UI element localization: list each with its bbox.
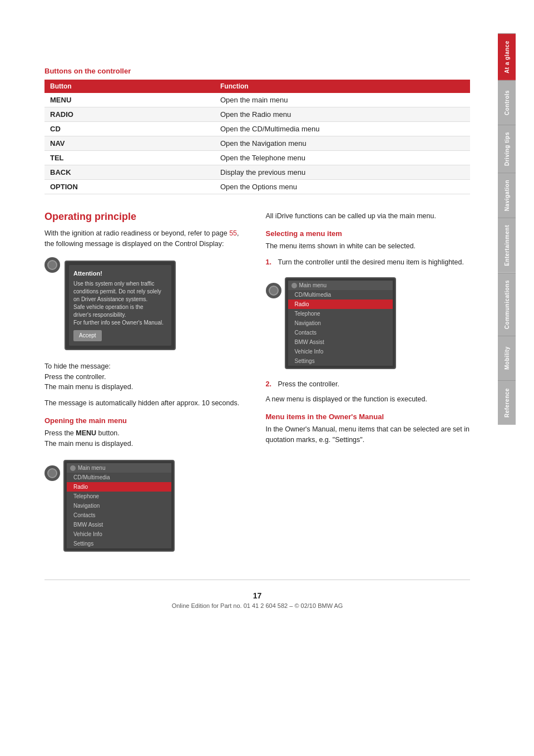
sidebar-tab-reference[interactable]: Reference bbox=[498, 380, 516, 425]
menu-item-row: CD/Multimedia bbox=[288, 290, 393, 300]
press-menu-text: Press the MENU button.The main menu is d… bbox=[44, 428, 249, 449]
controller-icon-menu-right bbox=[266, 283, 281, 298]
button-name: OPTION bbox=[44, 180, 215, 194]
menu-item-row: Settings bbox=[288, 356, 393, 366]
opening-main-menu-subtitle: Opening the main menu bbox=[44, 416, 249, 425]
accept-button[interactable]: Accept bbox=[73, 330, 102, 341]
page-number: 17 bbox=[44, 591, 470, 600]
button-name: BACK bbox=[44, 165, 215, 180]
menu-header-icon-right bbox=[291, 283, 297, 288]
sidebar-tab-communications[interactable]: Communications bbox=[498, 273, 516, 336]
menu-item-row: Vehicle Info bbox=[67, 529, 171, 539]
table-row: BACKDisplay the previous menu bbox=[44, 165, 470, 180]
sidebar-tabs[interactable]: At a glanceControlsDriving tipsNavigatio… bbox=[498, 33, 516, 425]
main-menu-mockup-right: Main menu CD/MultimediaRadioTelephoneNav… bbox=[285, 277, 396, 369]
button-name: MENU bbox=[44, 93, 215, 107]
step-2-text: Press the controller. bbox=[278, 379, 339, 390]
table-row: OPTIONOpen the Options menu bbox=[44, 180, 470, 194]
sidebar-tab-driving-tips[interactable]: Driving tips bbox=[498, 125, 516, 173]
menu-mockup-right-wrapper: Main menu CD/MultimediaRadioTelephoneNav… bbox=[266, 272, 471, 375]
menu-items-owners-manual-title: Menu items in the Owner's Manual bbox=[266, 413, 471, 421]
sidebar-tab-controls[interactable]: Controls bbox=[498, 80, 516, 125]
menu-item-row: Radio bbox=[288, 300, 393, 309]
buttons-section-title: Buttons on the controller bbox=[44, 67, 470, 75]
button-function: Open the Radio menu bbox=[215, 107, 470, 122]
menu-item-row: BMW Assist bbox=[288, 337, 393, 347]
button-name: CD bbox=[44, 122, 215, 136]
menu-header-label-left: Main menu bbox=[78, 465, 105, 471]
auto-hide-text: The message is automatically hidden afte… bbox=[44, 398, 249, 409]
sidebar-tab-mobility[interactable]: Mobility bbox=[498, 336, 516, 380]
step-2-number: 2. bbox=[266, 379, 275, 390]
attention-box: Attention! Use this system only when tra… bbox=[69, 265, 171, 346]
white-items-text: The menu items shown in white can be sel… bbox=[266, 241, 471, 252]
right-column: All iDrive functions can be called up vi… bbox=[266, 211, 471, 557]
table-header-row: Button Function bbox=[44, 80, 470, 93]
sidebar-tab-entertainment[interactable]: Entertainment bbox=[498, 218, 516, 273]
menu-item-row: Contacts bbox=[67, 510, 171, 520]
attention-line: Use this system only when traffic bbox=[73, 280, 167, 288]
button-name: TEL bbox=[44, 151, 215, 165]
menu-header-icon-left bbox=[70, 465, 76, 471]
menu-item-row: Telephone bbox=[67, 492, 171, 501]
button-function: Open the CD/Multimedia menu bbox=[215, 122, 470, 136]
selecting-menu-item-title: Selecting a menu item bbox=[266, 229, 471, 238]
menu-items-right: CD/MultimediaRadioTelephoneNavigationCon… bbox=[288, 290, 393, 366]
page-footer: 17 Online Edition for Part no. 01 41 2 6… bbox=[44, 580, 470, 615]
attention-line: Safe vehicle operation is the bbox=[73, 303, 167, 311]
button-function: Open the main menu bbox=[215, 93, 470, 107]
attention-line: conditions permit. Do not rely solely bbox=[73, 288, 167, 296]
owners-manual-text: In the Owner's Manual, menu items that c… bbox=[266, 424, 471, 445]
sidebar-tab-at-a-glance[interactable]: At a glance bbox=[498, 33, 516, 80]
menu-item-row: Navigation bbox=[67, 501, 171, 510]
table-row: CDOpen the CD/Multimedia menu bbox=[44, 122, 470, 136]
menu-header-left: Main menu bbox=[67, 463, 171, 473]
menu-item-row: Settings bbox=[67, 539, 171, 548]
intro-text-1: With the ignition at radio readiness or … bbox=[44, 229, 229, 237]
table-row: NAVOpen the Navigation menu bbox=[44, 136, 470, 151]
main-content: Buttons on the controller Button Functio… bbox=[0, 0, 498, 756]
button-function: Open the Options menu bbox=[215, 180, 470, 194]
menu-items-left: CD/MultimediaRadioTelephoneNavigationCon… bbox=[67, 473, 171, 548]
controller-inner-menu-right bbox=[269, 286, 279, 296]
step-1-text: Turn the controller until the desired me… bbox=[278, 257, 464, 268]
page-wrapper: Buttons on the controller Button Functio… bbox=[0, 0, 534, 756]
button-function: Open the Telephone menu bbox=[215, 151, 470, 165]
buttons-table: Button Function MENUOpen the main menuRA… bbox=[44, 80, 470, 194]
menu-header-label-right: Main menu bbox=[299, 282, 327, 288]
menu-item-row: Radio bbox=[67, 482, 171, 492]
controller-inner bbox=[47, 260, 57, 270]
menu-mockup-left-wrapper: Main menu CD/MultimediaRadioTelephoneNav… bbox=[44, 454, 249, 557]
table-row: TELOpen the Telephone menu bbox=[44, 151, 470, 165]
hide-message-text: To hide the message:Press the controller… bbox=[44, 361, 249, 392]
operating-principle-title: Operating principle bbox=[44, 211, 249, 223]
menu-item-row: Contacts bbox=[288, 328, 393, 337]
menu-item-row: CD/Multimedia bbox=[67, 473, 171, 482]
menu-item-row: Telephone bbox=[288, 309, 393, 318]
attention-lines: Use this system only when trafficconditi… bbox=[73, 280, 167, 327]
controller-icon-menu-left bbox=[44, 465, 60, 481]
controller-inner-menu-left bbox=[47, 468, 57, 478]
main-menu-mockup-left: Main menu CD/MultimediaRadioTelephoneNav… bbox=[63, 460, 175, 552]
attention-line: For further info see Owner's Manual. bbox=[73, 319, 167, 327]
menu-item-row: Vehicle Info bbox=[288, 347, 393, 356]
intro-paragraph: With the ignition at radio readiness or … bbox=[44, 228, 249, 249]
sidebar-tab-navigation[interactable]: Navigation bbox=[498, 173, 516, 218]
button-name: NAV bbox=[44, 136, 215, 151]
attention-mockup-wrapper: Attention! Use this system only when tra… bbox=[44, 255, 249, 356]
all-functions-text: All iDrive functions can be called up vi… bbox=[266, 211, 471, 222]
step-1-number: 1. bbox=[266, 257, 275, 268]
button-function: Open the Navigation menu bbox=[215, 136, 470, 151]
col-header-function: Function bbox=[215, 80, 470, 93]
attention-title: Attention! bbox=[73, 269, 167, 278]
menu-header-right: Main menu bbox=[288, 281, 393, 290]
step-2: 2. Press the controller. bbox=[266, 379, 471, 390]
attention-screen: Attention! Use this system only when tra… bbox=[65, 261, 176, 350]
menu-item-row: BMW Assist bbox=[67, 520, 171, 529]
page-link[interactable]: 55 bbox=[229, 229, 237, 237]
footer-text: Online Edition for Part no. 01 41 2 604 … bbox=[44, 602, 470, 609]
step-1: 1. Turn the controller until the desired… bbox=[266, 257, 471, 268]
menu-item-row: Navigation bbox=[288, 318, 393, 328]
button-function: Display the previous menu bbox=[215, 165, 470, 180]
two-col-layout: Operating principle With the ignition at… bbox=[44, 211, 470, 557]
